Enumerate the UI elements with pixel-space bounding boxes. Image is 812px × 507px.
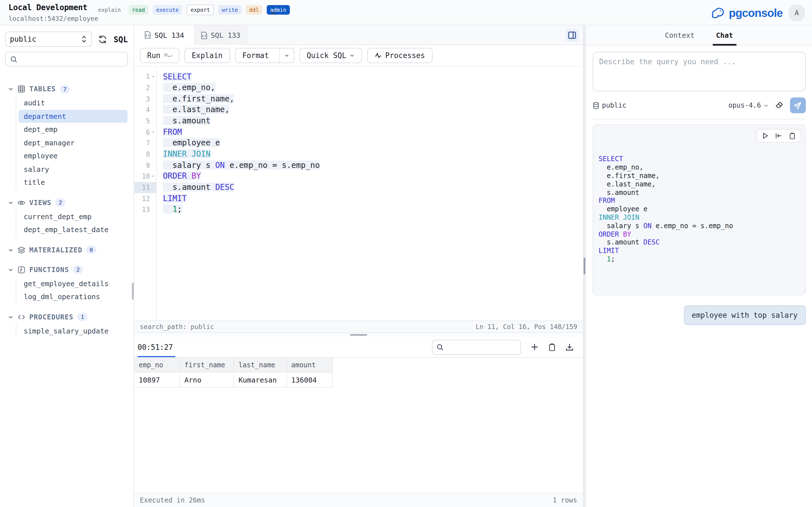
permission-badge-write[interactable]: write (218, 5, 241, 15)
app-window: Local Development explainreadexecuteexpo… (0, 0, 812, 507)
table-cell[interactable]: Kumaresan (234, 373, 287, 388)
brand-logo: pgconsole (711, 6, 783, 20)
section-header-tables[interactable]: TABLES7 (8, 83, 127, 95)
column-header-first_name[interactable]: first_name (180, 358, 234, 373)
permission-badge-ddl[interactable]: ddl (246, 5, 262, 15)
sidebar-controls: public SQL (5, 32, 130, 47)
copy-clipboard-icon[interactable] (548, 343, 556, 351)
column-header-amount[interactable]: amount (287, 358, 333, 373)
chat-input[interactable] (592, 52, 806, 91)
tree-item-salary[interactable]: salary (18, 163, 127, 176)
connection-chevron-down-icon[interactable] (269, 9, 277, 16)
results-search-input[interactable] (446, 343, 520, 351)
sql-editor[interactable]: 1▾23456▾78910▾111213 SELECT e.emp_no, e.… (134, 66, 583, 321)
section-header-views[interactable]: VIEWS2 (8, 196, 127, 209)
tree-item-audit[interactable]: audit (18, 96, 127, 110)
format-dropdown[interactable] (279, 48, 294, 62)
sidebar-scrollbar-thumb[interactable] (132, 283, 134, 300)
run-snippet-play-icon[interactable] (762, 132, 768, 139)
processes-button[interactable]: Processes (367, 48, 432, 63)
explain-button[interactable]: Explain (185, 48, 230, 63)
send-button[interactable] (790, 98, 806, 113)
tree-item-simple_salary_update[interactable]: simple_salary_update (18, 324, 127, 337)
sql-mode-label[interactable]: SQL (114, 35, 128, 44)
column-header-emp_no[interactable]: emp_no (134, 358, 180, 373)
tree-item-dept_emp[interactable]: dept_emp (18, 123, 127, 136)
permission-badge-read[interactable]: read (129, 5, 148, 15)
gutter-line-8[interactable]: 8 (134, 149, 156, 160)
toggle-right-panel-button[interactable] (565, 29, 578, 42)
tab-context[interactable]: Context (665, 25, 695, 45)
section-header-materialized[interactable]: MATERIALIZED0 (8, 244, 127, 256)
refresh-icon[interactable] (98, 35, 107, 44)
chat-code-line-12: LIMIT (599, 247, 799, 255)
tree-item-log_dml_operations[interactable]: log_dml_operations (18, 290, 127, 303)
gutter-line-7[interactable]: 7 (134, 138, 156, 149)
gutter-line-12[interactable]: 12 (134, 193, 156, 204)
permission-badge-export[interactable]: export (187, 4, 214, 15)
section-items: current_dept_empdept_emp_latest_date (16, 210, 127, 236)
code-line-10: ORDER BY (163, 171, 583, 182)
row-count: 1 rows (553, 496, 577, 504)
tree-item-employee[interactable]: employee (18, 149, 127, 163)
section-items: simple_salary_update (16, 324, 127, 337)
schema-select-value: public (10, 35, 36, 43)
table-row[interactable]: 10897ArnoKumaresan136004 (134, 373, 583, 388)
column-header-last_name[interactable]: last_name (234, 358, 287, 373)
tree-item-dept_emp_latest_date[interactable]: dept_emp_latest_date (18, 223, 127, 236)
panel-resize-thumb[interactable] (583, 258, 585, 274)
sidebar-search-input[interactable] (20, 55, 127, 63)
table-cell[interactable]: Arno (180, 373, 234, 388)
gutter-line-10[interactable]: 10▾ (134, 171, 156, 182)
tree-item-dept_manager[interactable]: dept_manager (18, 136, 127, 149)
model-select[interactable]: opus-4.6 (728, 101, 768, 109)
gutter-line-1[interactable]: 1▾ (134, 71, 156, 82)
permission-badge-execute[interactable]: execute (153, 5, 182, 15)
tree-item-department[interactable]: department (18, 110, 127, 123)
tree-item-current_dept_emp[interactable]: current_dept_emp (18, 210, 127, 223)
tree-item-title[interactable]: title (18, 176, 127, 189)
tab-chat[interactable]: Chat (716, 25, 733, 45)
tab-sql-134[interactable]: SQL 134 (134, 25, 195, 45)
processes-label: Processes (385, 51, 425, 60)
user-avatar[interactable]: A (788, 4, 805, 21)
execution-time: Executed in 26ms (140, 496, 205, 504)
select-updown-icon (81, 36, 87, 43)
composer-schema[interactable]: public (592, 101, 626, 109)
chat-code-line-5: s.amount (599, 188, 799, 197)
editor-code[interactable]: SELECT e.emp_no, e.first_name, e.last_na… (157, 66, 583, 321)
gutter-line-5[interactable]: 5 (134, 115, 156, 126)
download-icon[interactable] (565, 343, 573, 351)
section-header-procedures[interactable]: PROCEDURES1 (8, 311, 127, 323)
results-splitter[interactable] (134, 333, 583, 337)
quick-sql-button[interactable]: Quick SQL (299, 48, 362, 63)
gutter-line-4[interactable]: 4 (134, 105, 156, 115)
gutter-line-9[interactable]: 9 (134, 160, 156, 171)
clear-chat-eraser-icon[interactable] (774, 101, 783, 110)
section-header-functions[interactable]: FUNCTIONS2 (8, 263, 127, 276)
schema-select[interactable]: public (5, 32, 92, 47)
gutter-line-6[interactable]: 6▾ (134, 127, 156, 138)
results-search[interactable] (432, 340, 521, 355)
tab-sql-133[interactable]: SQL 133 (195, 25, 247, 45)
add-row-icon[interactable] (530, 343, 538, 351)
format-button[interactable]: Format (235, 48, 294, 63)
results-timer-tab[interactable]: 00:51:27 (138, 343, 173, 351)
gutter-line-11[interactable]: 11 (134, 182, 156, 193)
database-icon (592, 102, 599, 109)
activity-pulse-icon (374, 52, 382, 59)
table-cell[interactable]: 136004 (287, 373, 333, 388)
sidebar-search[interactable] (5, 52, 128, 66)
insert-into-editor-icon[interactable] (775, 132, 782, 139)
permission-badge-explain[interactable]: explain (98, 5, 124, 15)
run-button[interactable]: Run ⌘↵ (140, 48, 179, 63)
gutter-line-3[interactable]: 3 (134, 94, 156, 105)
composer-divider (592, 119, 806, 119)
tree-item-get_employee_details[interactable]: get_employee_details (18, 277, 127, 290)
gutter-line-13[interactable]: 13 (134, 204, 156, 215)
gutter-line-2[interactable]: 2 (134, 82, 156, 93)
editor-gutter: 1▾23456▾78910▾111213 (134, 66, 157, 321)
copy-clipboard-icon[interactable] (789, 132, 795, 139)
splitter-drag-handle[interactable] (350, 334, 367, 336)
table-cell[interactable]: 10897 (134, 373, 180, 388)
